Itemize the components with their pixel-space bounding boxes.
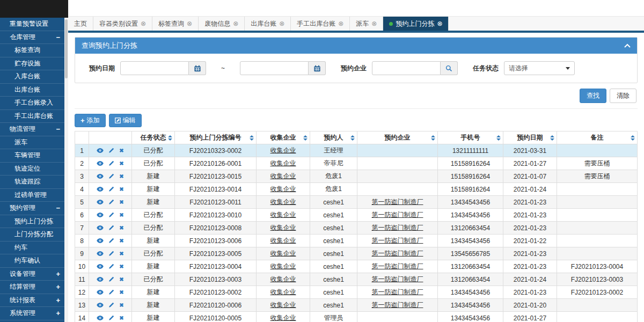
- company-input[interactable]: [372, 61, 441, 75]
- pencil-icon[interactable]: [108, 315, 114, 321]
- sort-icon[interactable]: [250, 135, 254, 141]
- sidebar-item[interactable]: 贮存设施: [0, 57, 64, 71]
- book-company-link[interactable]: 第一防盗门制造厂: [372, 262, 423, 270]
- sidebar-item[interactable]: 出库台账: [0, 84, 64, 97]
- delete-x-icon[interactable]: ✖: [119, 213, 123, 218]
- pencil-icon[interactable]: [108, 160, 114, 166]
- collect-company-link[interactable]: 收集企业: [270, 147, 296, 154]
- table-row[interactable]: 1✖已分配FJ20210323-0002收集企业王经理1321111111120…: [75, 144, 638, 157]
- sidebar-item[interactable]: 手工出库台账: [0, 110, 64, 123]
- column-header[interactable]: 收集企业: [257, 131, 310, 144]
- sidebar-item[interactable]: 上门分拣分配: [0, 228, 64, 241]
- eye-icon[interactable]: [97, 212, 104, 218]
- sort-icon[interactable]: [550, 135, 554, 141]
- collect-company-link[interactable]: 收集企业: [270, 237, 296, 244]
- chevron-up-icon[interactable]: [624, 43, 631, 48]
- delete-x-icon[interactable]: ✖: [119, 264, 123, 269]
- table-row[interactable]: 12✖新建FJ20210123-0002收集企业ceshe1第一防盗门制造厂13…: [75, 286, 638, 299]
- scrollbar-thumb[interactable]: [65, 19, 68, 78]
- tab-item[interactable]: 手工出库台账⊗: [291, 17, 350, 31]
- collect-company-link[interactable]: 收集企业: [270, 288, 296, 296]
- tab-item[interactable]: 派车⊗: [350, 17, 383, 31]
- search-button[interactable]: 查找: [580, 89, 606, 103]
- sort-icon[interactable]: [168, 135, 172, 141]
- pencil-icon[interactable]: [108, 251, 114, 257]
- table-row[interactable]: 8✖新建FJ20210123-0006收集企业ceshe1第一防盗门制造厂134…: [75, 235, 638, 247]
- collect-company-link[interactable]: 收集企业: [270, 250, 296, 257]
- sidebar-item[interactable]: 入库台账: [0, 70, 64, 84]
- column-header[interactable]: 预约上门分拣编号: [175, 131, 257, 144]
- pencil-icon[interactable]: [108, 264, 114, 269]
- pencil-icon[interactable]: [108, 199, 114, 205]
- sort-icon[interactable]: [350, 135, 355, 141]
- sidebar-scrollbar[interactable]: [64, 18, 68, 322]
- book-company-link[interactable]: 第一防盗门制造厂: [372, 288, 423, 296]
- search-icon[interactable]: [441, 61, 458, 75]
- tab-close-icon[interactable]: ⊗: [279, 20, 284, 27]
- book-company-link[interactable]: 第一防盗门制造厂: [372, 198, 423, 206]
- edit-button[interactable]: 编辑: [109, 114, 142, 127]
- eye-icon[interactable]: [97, 238, 104, 244]
- collect-company-link[interactable]: 收集企业: [270, 224, 296, 231]
- column-header[interactable]: 预约人: [310, 131, 357, 144]
- pencil-icon[interactable]: [108, 238, 114, 244]
- pencil-icon[interactable]: [108, 186, 114, 192]
- book-company-link[interactable]: 第一防盗门制造厂: [372, 224, 423, 231]
- sort-icon[interactable]: [496, 135, 501, 141]
- book-company-link[interactable]: 第一防盗门制造厂: [372, 275, 423, 283]
- sidebar-item[interactable]: 统计报表+: [0, 294, 64, 308]
- column-header[interactable]: 备注: [557, 131, 638, 144]
- sidebar-item[interactable]: 车辆管理: [0, 149, 64, 163]
- pencil-icon[interactable]: [108, 148, 114, 153]
- tab-item[interactable]: 主页: [68, 17, 93, 31]
- search-panel-header[interactable]: 查询预约上门分拣: [75, 38, 637, 54]
- delete-x-icon[interactable]: ✖: [119, 187, 123, 192]
- tab-active[interactable]: 预约上门分拣⊗: [383, 17, 449, 31]
- sidebar-item[interactable]: 手工台账录入: [0, 97, 64, 110]
- pencil-icon[interactable]: [108, 225, 114, 231]
- eye-icon[interactable]: [97, 264, 104, 269]
- pencil-icon[interactable]: [108, 212, 114, 218]
- sidebar-item[interactable]: 派车: [0, 136, 64, 150]
- delete-x-icon[interactable]: ✖: [119, 316, 123, 321]
- eye-icon[interactable]: [97, 225, 104, 231]
- sidebar-item[interactable]: 约车确认: [0, 254, 64, 268]
- calendar-icon[interactable]: [189, 61, 206, 75]
- add-button[interactable]: + 添加: [75, 114, 106, 127]
- eye-icon[interactable]: [97, 302, 104, 308]
- sidebar-item[interactable]: 预约上门分拣: [0, 215, 64, 229]
- book-company-link[interactable]: 第一防盗门制造厂: [372, 237, 423, 244]
- eye-icon[interactable]: [97, 148, 104, 153]
- book-company-link[interactable]: 第一防盗门制造厂: [372, 301, 423, 309]
- table-row[interactable]: 14✖新建FJ20210120-0005收集企业管理员1343454345620…: [75, 312, 638, 322]
- tab-close-icon[interactable]: ⊗: [187, 20, 192, 27]
- tab-close-icon[interactable]: ⊗: [233, 20, 238, 27]
- table-row[interactable]: 10✖新建FJ20210123-0004收集企业ceshe1第一防盗门制造厂13…: [75, 260, 638, 273]
- column-header[interactable]: 手机号: [438, 131, 503, 144]
- table-row[interactable]: 2✖已分配FJ20210126-0001收集企业帝菲尼1515891626420…: [75, 157, 638, 170]
- status-select[interactable]: 请选择: [504, 61, 575, 75]
- collect-company-link[interactable]: 收集企业: [270, 159, 296, 167]
- tab-close-icon[interactable]: ⊗: [371, 20, 377, 27]
- collect-company-link[interactable]: 收集企业: [270, 275, 296, 283]
- table-row[interactable]: 9✖已分配FJ20210123-0005收集企业ceshe1第一防盗门制造厂13…: [75, 247, 638, 260]
- column-header[interactable]: 任务状态: [132, 131, 175, 144]
- collect-company-link[interactable]: 收集企业: [270, 314, 296, 321]
- book-company-link[interactable]: 第一防盗门制造厂: [372, 211, 423, 218]
- sidebar-item[interactable]: 约车: [0, 241, 64, 255]
- sidebar-item[interactable]: 重量预警设置: [0, 18, 64, 31]
- table-row[interactable]: 4✖新建FJ20210123-0014收集企业危废115158916264202…: [75, 183, 638, 196]
- eye-icon[interactable]: [97, 186, 104, 192]
- delete-x-icon[interactable]: ✖: [119, 161, 123, 166]
- book-company-link[interactable]: 第一防盗门制造厂: [372, 250, 423, 257]
- column-header[interactable]: 预约日期: [503, 131, 557, 144]
- delete-x-icon[interactable]: ✖: [119, 251, 123, 257]
- date-to-input[interactable]: [240, 61, 309, 75]
- table-row[interactable]: 5✖新建FJ20210123-0011收集企业ceshe1第一防盗门制造厂134…: [75, 196, 638, 209]
- tab-item[interactable]: 废物信息⊗: [199, 17, 245, 31]
- table-row[interactable]: 7✖已分配FJ20210123-0008收集企业ceshe1第一防盗门制造厂13…: [75, 222, 638, 235]
- pencil-icon[interactable]: [108, 302, 114, 308]
- sidebar-item[interactable]: 结算管理+: [0, 281, 64, 294]
- table-row[interactable]: 13✖新建FJ20210120-0006收集企业ceshe1第一防盗门制造厂13…: [75, 299, 638, 312]
- delete-x-icon[interactable]: ✖: [119, 174, 123, 179]
